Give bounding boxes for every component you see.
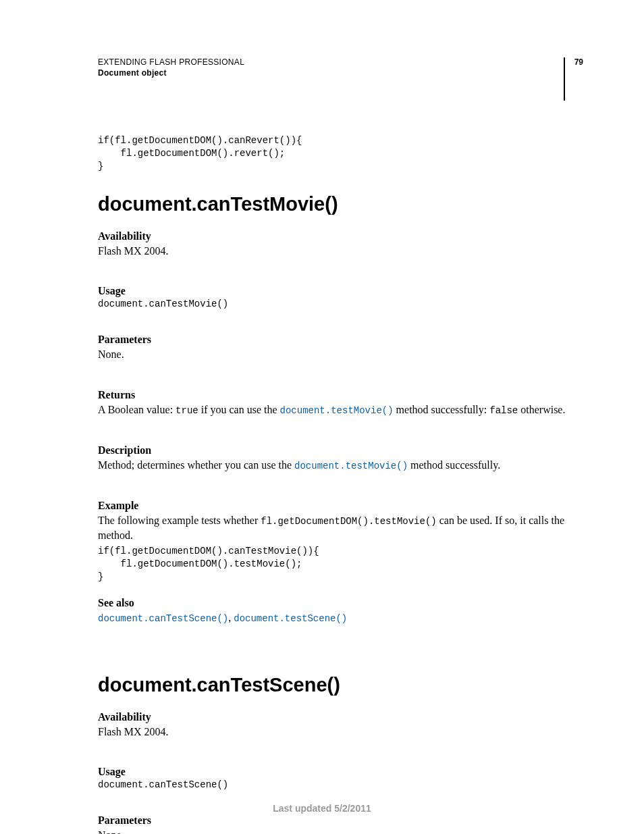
returns-post2: otherwise. [518,404,565,415]
usage-heading-2: Usage [98,766,583,778]
description-link-testmovie[interactable]: document.testMovie() [294,461,408,471]
example-heading: Example [98,500,583,512]
intro-code-block: if(fl.getDocumentDOM().canRevert()){ fl.… [98,134,583,173]
returns-link-testmovie[interactable]: document.testMovie() [280,405,394,416]
example-code-block: if(fl.getDocumentDOM().canTestMovie()){ … [98,545,583,583]
availability-heading: Availability [98,230,583,242]
section-heading-cantestscene: document.canTestScene() [98,674,583,696]
example-pre: The following example tests whether [98,515,261,526]
returns-pre: A Boolean value: [98,404,176,415]
header-left: EXTENDING FLASH PROFESSIONAL Document ob… [98,57,244,78]
returns-true: true [176,405,198,416]
parameters-text-2: None. [98,828,583,834]
seealso-heading: See also [98,597,583,609]
page-content: EXTENDING FLASH PROFESSIONAL Document ob… [0,0,644,834]
returns-text: A Boolean value: true if you can use the… [98,402,583,417]
usage-code: document.canTestMovie() [98,298,583,309]
returns-mid: if you can use the [198,404,280,415]
footer-updated: Last updated 5/2/2011 [0,803,644,814]
description-heading: Description [98,444,583,457]
description-pre: Method; determines whether you can use t… [98,459,294,471]
header-title: EXTENDING FLASH PROFESSIONAL [98,57,244,67]
parameters-heading-2: Parameters [98,814,583,827]
seealso-link-cantestscene[interactable]: document.canTestScene() [98,613,228,624]
running-header: EXTENDING FLASH PROFESSIONAL Document ob… [98,57,583,101]
section-heading-cantestmovie: document.canTestMovie() [98,193,583,215]
availability-heading-2: Availability [98,711,583,723]
usage-heading: Usage [98,285,583,297]
returns-false: false [489,405,518,416]
parameters-heading: Parameters [98,334,583,346]
page-number: 79 [564,57,583,101]
description-text: Method; determines whether you can use t… [98,458,583,473]
returns-heading: Returns [98,389,583,401]
example-inline-code: fl.getDocumentDOM().testMovie() [261,516,436,527]
parameters-text: None. [98,347,583,362]
availability-text-2: Flash MX 2004. [98,725,583,739]
returns-post1: method successfully: [394,404,490,415]
seealso-link-testscene[interactable]: document.testScene() [234,613,347,624]
availability-text: Flash MX 2004. [98,244,583,259]
header-subtitle: Document object [98,68,244,78]
usage-code-2: document.canTestScene() [98,779,583,790]
example-text: The following example tests whether fl.g… [98,513,583,542]
seealso-text: document.canTestScene(), document.testSc… [98,610,583,625]
description-post: method successfully. [408,459,500,471]
